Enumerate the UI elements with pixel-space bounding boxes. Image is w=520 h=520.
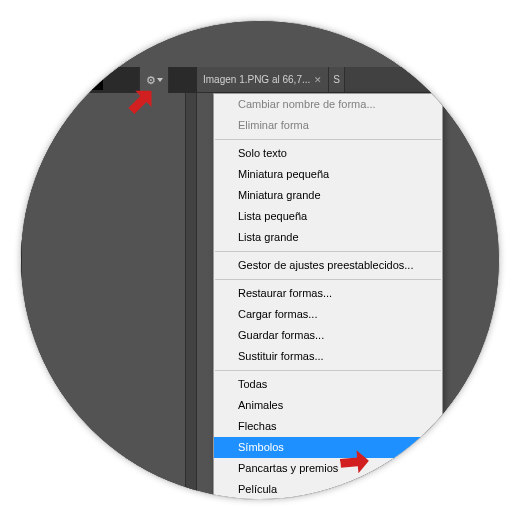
menu-set-symbols[interactable]: Símbolos (214, 437, 442, 458)
menu-set-arrows[interactable]: Flechas (214, 416, 442, 437)
menu-preset-manager[interactable]: Gestor de ajustes preestablecidos... (214, 255, 442, 276)
document-tab-next[interactable]: S (329, 67, 345, 92)
menu-replace-shapes[interactable]: Sustituir formas... (214, 346, 442, 367)
menu-separator (215, 139, 441, 140)
menu-load-shapes[interactable]: Cargar formas... (214, 304, 442, 325)
tab-label: Imagen 1.PNG al 66,7... (203, 74, 310, 85)
dropdown-caret-icon (157, 78, 163, 82)
arrow-icon: ➔ (58, 74, 68, 86)
panel-grab-strip[interactable] (185, 93, 197, 499)
menu-thumb-small[interactable]: Miniatura pequeña (214, 164, 442, 185)
menu-list-large[interactable]: Lista grande (214, 227, 442, 248)
document-tab[interactable]: Imagen 1.PNG al 66,7... ✕ (197, 67, 329, 92)
flyout-gear-button[interactable]: ⚙ (139, 67, 169, 93)
menu-separator (215, 251, 441, 252)
menu-rename-shape: Cambiar nombre de forma... (214, 94, 442, 115)
menu-save-shapes[interactable]: Guardar formas... (214, 325, 442, 346)
menu-set-all[interactable]: Todas (214, 374, 442, 395)
menu-set-animals[interactable]: Animales (214, 395, 442, 416)
menu-text-only[interactable]: Solo texto (214, 143, 442, 164)
menu-separator (215, 279, 441, 280)
tab-label-trunc: S (333, 74, 340, 85)
menu-set-film[interactable]: Película (214, 479, 442, 500)
document-tab-bar: Imagen 1.PNG al 66,7... ✕ S (197, 67, 499, 93)
gear-icon: ⚙ (146, 74, 156, 87)
menu-delete-shape: Eliminar forma (214, 115, 442, 136)
shape-wave-icon[interactable]: 〰 (79, 70, 103, 90)
menu-set-banners[interactable]: Pancartas y premios (214, 458, 442, 479)
left-panel (21, 93, 195, 499)
shape-presets-flyout-menu: Cambiar nombre de forma... Eliminar form… (213, 93, 443, 500)
wave-icon: 〰 (85, 74, 97, 86)
close-icon[interactable]: ✕ (314, 75, 322, 85)
menu-thumb-large[interactable]: Miniatura grande (214, 185, 442, 206)
menu-list-small[interactable]: Lista pequeña (214, 206, 442, 227)
menu-restore-shapes[interactable]: Restaurar formas... (214, 283, 442, 304)
menu-separator (215, 370, 441, 371)
shape-arrow-icon[interactable]: ➔ (51, 70, 75, 90)
